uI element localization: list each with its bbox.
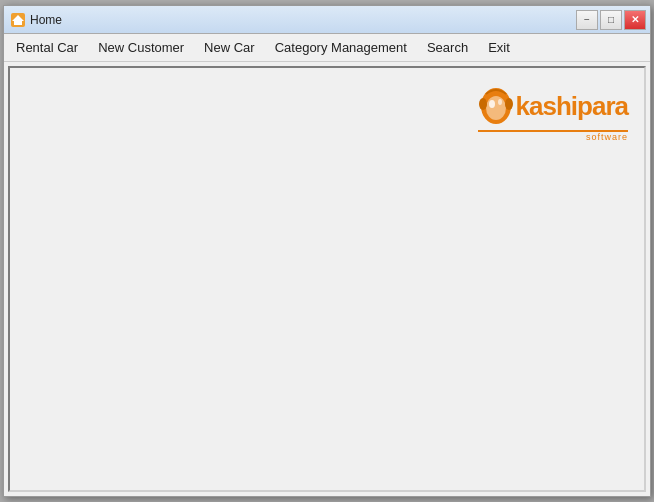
menu-item-search[interactable]: Search <box>417 36 478 59</box>
menu-item-new-car[interactable]: New Car <box>194 36 265 59</box>
close-button[interactable]: ✕ <box>624 10 646 30</box>
logo-tagline: software <box>586 132 628 142</box>
window-title: Home <box>30 13 62 27</box>
menu-item-rental-car[interactable]: Rental Car <box>6 36 88 59</box>
svg-point-4 <box>489 100 495 108</box>
logo-text: kashipara <box>516 91 628 122</box>
logo-icon <box>478 84 514 128</box>
logo-wrapper: kashipara <box>478 84 628 128</box>
svg-point-3 <box>486 96 506 120</box>
svg-point-7 <box>505 98 513 110</box>
menu-item-exit[interactable]: Exit <box>478 36 520 59</box>
titlebar: Home − □ ✕ <box>4 6 650 34</box>
svg-point-5 <box>498 99 502 105</box>
logo-container: kashipara software <box>478 84 628 142</box>
home-icon <box>10 12 26 28</box>
content-area: kashipara software <box>8 66 646 492</box>
menubar: Rental Car New Customer New Car Category… <box>4 34 650 62</box>
titlebar-left: Home <box>10 12 62 28</box>
minimize-button[interactable]: − <box>576 10 598 30</box>
svg-point-6 <box>479 98 487 110</box>
menu-item-new-customer[interactable]: New Customer <box>88 36 194 59</box>
menu-item-category-management[interactable]: Category Management <box>265 36 417 59</box>
main-window: Home − □ ✕ Rental Car New Customer New C… <box>3 5 651 497</box>
maximize-button[interactable]: □ <box>600 10 622 30</box>
titlebar-buttons: − □ ✕ <box>576 10 646 30</box>
